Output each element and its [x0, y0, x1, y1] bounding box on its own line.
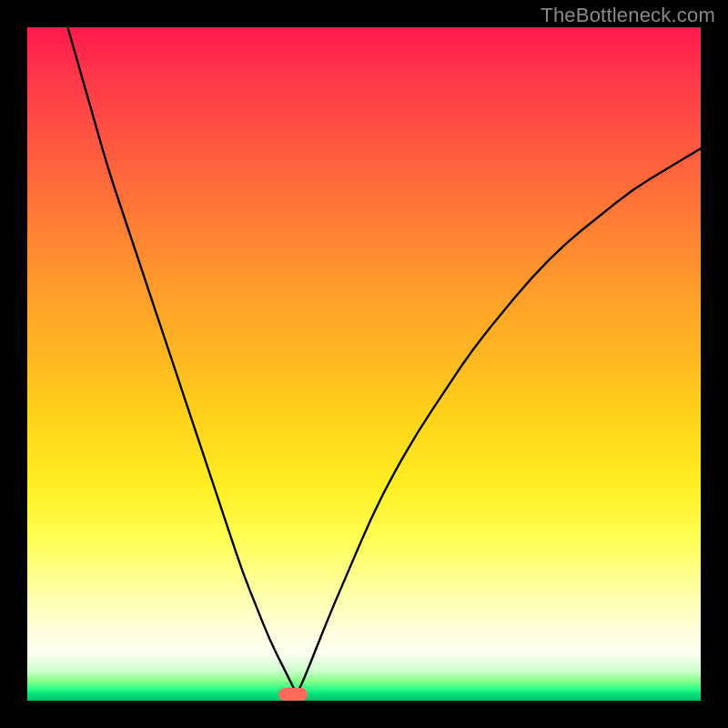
bottleneck-curve — [27, 27, 701, 701]
valley-marker — [278, 688, 308, 701]
plot-area — [27, 27, 701, 701]
chart-frame: TheBottleneck.com — [0, 0, 728, 728]
watermark-text: TheBottleneck.com — [541, 4, 715, 27]
